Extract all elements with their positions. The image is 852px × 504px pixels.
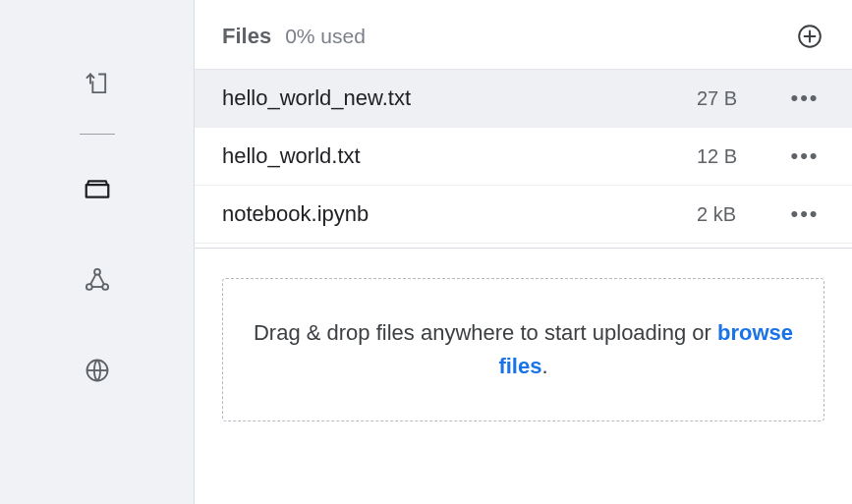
dropzone[interactable]: Drag & drop files anywhere to start uplo… (222, 278, 824, 421)
plus-circle-icon (797, 24, 823, 49)
sidebar-item-web[interactable] (82, 355, 113, 386)
main-panel: Files 0% used hello_world_new.txt 27 B •… (195, 0, 852, 504)
dropzone-text: Drag & drop files anywhere to start uplo… (243, 316, 804, 383)
share-nodes-icon (84, 266, 111, 294)
files-title: Files (222, 24, 271, 49)
drop-text-after: . (541, 354, 547, 378)
sidebar-item-upload[interactable] (82, 69, 113, 100)
sidebar-item-files[interactable] (82, 174, 113, 205)
file-actions-button[interactable]: ••• (785, 87, 824, 109)
globe-icon (84, 357, 111, 384)
ellipsis-icon: ••• (790, 87, 819, 109)
file-actions-button[interactable]: ••• (785, 145, 824, 167)
file-size: 27 B (697, 87, 785, 110)
folder-open-icon (83, 175, 112, 204)
file-row[interactable]: notebook.ipynb 2 kB ••• (195, 186, 852, 244)
sidebar-item-share[interactable] (82, 264, 113, 296)
file-name: hello_world.txt (222, 143, 697, 169)
file-size: 12 B (697, 145, 785, 168)
file-row[interactable]: hello_world_new.txt 27 B ••• (195, 70, 852, 128)
files-usage: 0% used (285, 25, 366, 48)
file-size: 2 kB (697, 203, 785, 226)
file-row[interactable]: hello_world.txt 12 B ••• (195, 128, 852, 186)
file-actions-button[interactable]: ••• (785, 203, 824, 225)
ellipsis-icon: ••• (790, 203, 819, 225)
upload-file-icon (84, 71, 111, 98)
sidebar-divider (80, 134, 115, 135)
file-list: hello_world_new.txt 27 B ••• hello_world… (195, 70, 852, 244)
file-name: hello_world_new.txt (222, 85, 697, 111)
file-name: notebook.ipynb (222, 201, 697, 227)
sidebar (0, 0, 195, 504)
divider (195, 248, 852, 249)
add-file-button[interactable] (795, 22, 824, 51)
ellipsis-icon: ••• (790, 145, 819, 167)
files-header: Files 0% used (195, 0, 852, 70)
drop-text-before: Drag & drop files anywhere to start uplo… (254, 320, 717, 345)
